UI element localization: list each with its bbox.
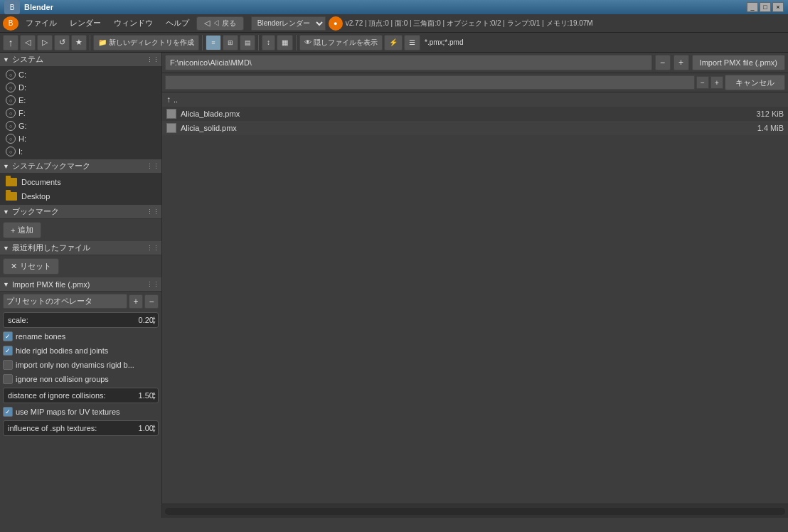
import-section-icon: ⋮⋮ [147,279,159,290]
nav-up-button[interactable]: ↑ [3,35,18,50]
filter-button[interactable]: ⚡ [384,35,403,50]
maximize-button[interactable]: □ [760,2,771,12]
menu-render[interactable]: レンダー [64,16,107,31]
import-section-header[interactable]: ▼ Import PMX file (.pmx) ⋮⋮ [0,277,161,292]
hide-files-button[interactable]: 👁 隠しファイルを表示 [299,35,383,50]
influence-field[interactable]: influence of .sph textures: 1.00 ▲ ▼ [3,420,159,436]
scale-row: scale: 0.20 ▲ ▼ [0,311,161,329]
sep3 [258,35,259,50]
drive-c-icon: ○ [6,70,16,80]
drive-h-icon: ○ [6,134,16,144]
display-options-button[interactable]: ▦ [277,35,293,50]
preset-remove-button[interactable]: − [144,294,159,309]
drive-c-label: C: [18,70,26,79]
nav-refresh-button[interactable]: ↺ [54,35,70,50]
import-arrow-icon: ▼ [3,281,9,288]
view-list-button[interactable]: ≡ [206,35,221,50]
user-bookmarks-section-icon: ⋮⋮ [147,206,159,218]
path-input[interactable] [165,55,652,70]
system-section-header[interactable]: ▼ システム ⋮⋮ [0,53,161,67]
use-mip-checkbox[interactable] [3,407,13,417]
minimize-button[interactable]: _ [747,2,758,12]
menu-help[interactable]: ヘルプ [160,16,195,31]
sort-button[interactable]: ↕ [262,35,275,50]
add-bookmark-button[interactable]: + 追加 [3,222,41,238]
desktop-folder-icon [6,192,17,201]
menu-window[interactable]: ウィンドウ [108,16,159,31]
drive-c[interactable]: ○ C: [0,68,161,81]
scale-down-icon: ▼ [151,320,156,325]
bookmark-documents-label: Documents [21,178,61,186]
preset-add-button[interactable]: + [129,294,143,309]
ignore-collision-label: ignore non collision groups [16,375,109,383]
back-button[interactable]: ◁ ◁ 戻る [196,16,244,31]
drive-f[interactable]: ○ F: [0,107,161,119]
import-pmx-button[interactable]: Import PMX file (.pmx) [692,55,785,70]
parent-dir-icon: ↑ [166,95,171,105]
menu-file[interactable]: ファイル [20,16,63,31]
close-button[interactable]: × [772,2,784,12]
view-columns-button[interactable]: ▤ [240,35,255,50]
path-plus-button[interactable]: + [673,55,689,70]
distance-down-icon: ▼ [151,395,156,400]
reset-recent-button[interactable]: ✕ リセット [3,258,59,275]
drive-e-label: E: [18,96,26,105]
recent-section-header[interactable]: ▼ 最近利用したファイル ⋮⋮ [0,241,161,255]
preset-label: プリセットのオペレータ [3,294,127,309]
blender-info-icon: ● [329,16,343,31]
search-bar: − + キャンセル [162,73,788,92]
search-size-minus[interactable]: − [696,76,709,89]
file-name-0: Alicia_blade.pmx [181,110,737,118]
drive-h[interactable]: ○ H: [0,132,161,145]
sep2 [202,35,203,50]
filter-options-button[interactable]: ☰ [404,35,420,50]
file-name-1: Alicia_solid.pmx [181,124,737,132]
cancel-button[interactable]: キャンセル [725,75,785,90]
bottom-scrollbar[interactable] [162,504,788,518]
sidebar: ▼ システム ⋮⋮ ○ C: ○ D: ○ E: ○ F: ○ G: [0,53,162,518]
blender-icon[interactable]: B [3,16,18,31]
rename-bones-checkbox[interactable] [3,331,13,341]
nav-bookmark-button[interactable]: ★ [71,35,87,50]
file-row-1[interactable]: Alicia_solid.pmx 1.4 MiB [162,121,788,135]
titlebar-left: B Blender [4,0,53,14]
drive-i[interactable]: ○ I: [0,145,161,158]
distance-field[interactable]: distance of ignore collisions: 1.50 ▲ ▼ [3,388,159,403]
sys-bookmarks-section-header[interactable]: ▼ システムブックマーク ⋮⋮ [0,159,161,174]
sep4 [296,35,297,50]
nav-forward-button[interactable]: ▷ [37,35,53,50]
menubar: B ファイル レンダー ウィンドウ ヘルプ ◁ ◁ 戻る Blenderレンダー… [0,14,788,33]
nav-back-button[interactable]: ◁ [20,35,36,50]
hide-rigid-bodies-row[interactable]: hide rigid bodies and joints [0,344,161,358]
renderer-select[interactable]: Blenderレンダー [251,16,326,31]
drive-f-icon: ○ [6,108,16,118]
drive-d[interactable]: ○ D: [0,81,161,94]
view-icon-button[interactable]: ⊞ [223,35,238,50]
path-minus-button[interactable]: − [655,55,671,70]
rename-bones-row[interactable]: rename bones [0,329,161,344]
use-mip-row[interactable]: use MIP maps for UV textures [0,405,161,419]
drive-d-icon: ○ [6,83,16,92]
bookmark-documents[interactable]: Documents [0,175,161,189]
ignore-collision-checkbox[interactable] [3,374,13,384]
drive-g[interactable]: ○ G: [0,119,161,132]
drive-i-label: I: [18,147,23,156]
import-non-dynamics-row[interactable]: import only non dynamics rigid b... [0,358,161,372]
file-row-0[interactable]: Alicia_blade.pmx 312 KiB [162,107,788,121]
titlebar-title: Blender [24,3,53,11]
new-folder-button[interactable]: 📁 新しいディレクトリを作成 [93,35,199,50]
hide-rigid-bodies-checkbox[interactable] [3,346,13,356]
search-size-plus[interactable]: + [710,76,723,89]
user-bookmarks-section-header[interactable]: ▼ ブックマーク ⋮⋮ [0,205,161,219]
import-non-dynamics-checkbox[interactable] [3,360,13,370]
scale-arrows: ▲ ▼ [151,315,156,325]
titlebar-controls: _ □ × [747,2,784,12]
ignore-collision-row[interactable]: ignore non collision groups [0,372,161,386]
plus-icon: + [11,226,15,235]
drive-e[interactable]: ○ E: [0,94,161,107]
parent-directory[interactable]: ↑ .. [162,92,788,107]
scale-field[interactable]: scale: 0.20 ▲ ▼ [3,312,159,328]
blender-logo-icon[interactable]: B [4,0,20,14]
search-input[interactable] [165,75,695,90]
bookmark-desktop[interactable]: Desktop [0,189,161,203]
